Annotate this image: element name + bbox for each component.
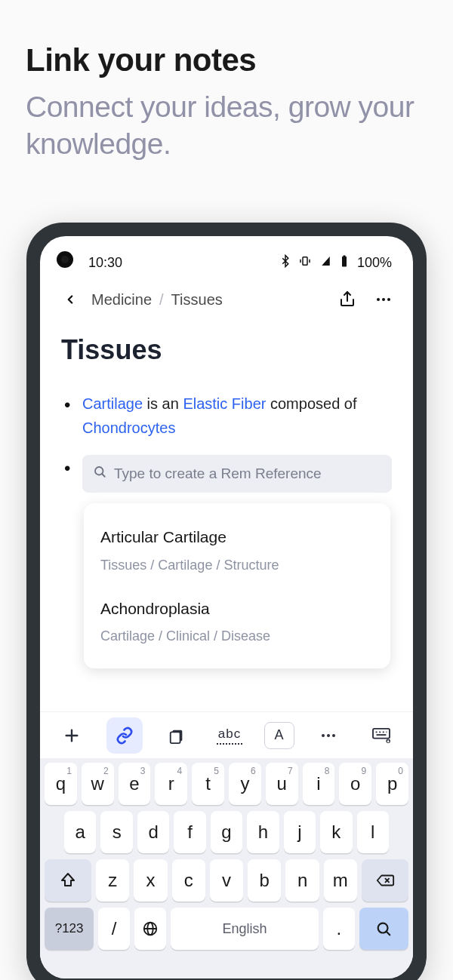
phone-mockup: 10:30 100% Medicine / Tissues — [26, 223, 427, 980]
suggestion-path: Tissues / Cartilage / Structure — [100, 555, 374, 576]
symbols-key[interactable]: ?123 — [45, 908, 94, 950]
search-icon — [375, 920, 392, 937]
format-A-label: A — [275, 727, 284, 743]
key-g[interactable]: g — [211, 811, 242, 853]
hide-keyboard-button[interactable] — [363, 717, 399, 754]
key-r[interactable]: r4 — [155, 763, 187, 805]
plus-icon — [63, 727, 80, 744]
key-v[interactable]: v — [210, 859, 243, 902]
search-key[interactable] — [359, 908, 408, 950]
key-a[interactable]: a — [64, 811, 96, 853]
svg-point-4 — [377, 298, 380, 301]
key-b[interactable]: b — [248, 859, 281, 902]
back-button[interactable] — [60, 289, 81, 310]
suggestion-title: Articular Cartilage — [100, 524, 374, 550]
key-h[interactable]: h — [247, 811, 279, 853]
status-time: 10:30 — [88, 255, 122, 271]
battery-percent: 100% — [357, 255, 392, 271]
key-w[interactable]: w2 — [82, 763, 114, 805]
suggestion-popup: Articular Cartilage Tissues / Cartilage … — [84, 503, 390, 668]
backspace-key[interactable] — [362, 859, 408, 902]
key-q[interactable]: q1 — [45, 763, 77, 805]
key-e[interactable]: e3 — [119, 763, 151, 805]
svg-point-5 — [382, 298, 385, 301]
shift-icon — [59, 871, 77, 889]
key-f[interactable]: f — [174, 811, 205, 853]
slash-key[interactable]: / — [98, 908, 130, 950]
more-button[interactable] — [374, 290, 393, 309]
bluetooth-icon — [279, 254, 292, 272]
period-key[interactable]: . — [323, 908, 355, 950]
breadcrumb-sep: / — [159, 291, 164, 309]
rem-reference-input[interactable]: Type to create a Rem Reference — [82, 455, 392, 493]
keyboard-hide-icon — [371, 727, 391, 744]
shift-key[interactable] — [45, 859, 91, 902]
breadcrumb-item[interactable]: Tissues — [171, 291, 223, 309]
svg-rect-1 — [342, 257, 347, 267]
key-y[interactable]: y6 — [229, 763, 261, 805]
camera-cutout — [57, 251, 73, 268]
key-c[interactable]: c — [172, 859, 205, 902]
svg-rect-0 — [303, 257, 307, 265]
svg-point-14 — [327, 734, 330, 737]
more-horizontal-icon — [374, 290, 393, 309]
svg-point-6 — [387, 298, 390, 301]
page-title: Tissues — [61, 334, 392, 366]
virtual-keyboard: q1w2e3r4t5y6u7i8o9p0 asdfghjkl zxcvbnm ?… — [40, 758, 413, 978]
note-link[interactable]: Chondrocytes — [82, 419, 175, 436]
language-key[interactable] — [134, 908, 166, 950]
svg-line-8 — [102, 474, 105, 477]
note-link[interactable]: Cartilage — [82, 395, 143, 412]
key-d[interactable]: d — [137, 811, 169, 853]
note-bullet[interactable]: Cartilage is an Elastic Fiber composed o… — [61, 392, 392, 440]
note-link[interactable]: Elastic Fiber — [183, 395, 266, 412]
link-button[interactable] — [106, 717, 143, 754]
text-button[interactable]: abc — [211, 717, 248, 754]
svg-rect-12 — [171, 732, 180, 743]
card-button[interactable] — [159, 717, 195, 754]
key-o[interactable]: o9 — [339, 763, 371, 805]
battery-icon — [337, 254, 351, 272]
input-placeholder: Type to create a Rem Reference — [114, 462, 322, 485]
add-button[interactable] — [54, 717, 90, 754]
key-m[interactable]: m — [324, 859, 357, 902]
toolbar-more-button[interactable] — [310, 717, 347, 754]
breadcrumb-item[interactable]: Medicine — [91, 291, 152, 309]
key-z[interactable]: z — [96, 859, 129, 902]
svg-line-29 — [387, 932, 390, 935]
globe-icon — [142, 920, 159, 937]
space-key[interactable]: English — [171, 908, 319, 950]
suggestion-item[interactable]: Articular Cartilage Tissues / Cartilage … — [100, 517, 374, 588]
key-k[interactable]: k — [320, 811, 352, 853]
suggestion-path: Cartilage / Clinical / Disease — [100, 625, 374, 647]
key-j[interactable]: j — [284, 811, 316, 853]
backspace-icon — [375, 871, 395, 889]
svg-point-13 — [322, 734, 325, 737]
key-s[interactable]: s — [100, 811, 132, 853]
promo-subtitle: Connect your ideas, grow your knowledge. — [26, 89, 427, 163]
svg-rect-2 — [343, 255, 345, 257]
link-icon — [116, 727, 134, 745]
editor-toolbar: abc A — [40, 711, 413, 758]
signal-icon — [318, 254, 331, 272]
note-bullet[interactable]: Type to create a Rem Reference Articular… — [61, 455, 392, 668]
suggestion-title: Achondroplasia — [100, 596, 374, 622]
svg-rect-16 — [373, 728, 390, 738]
format-button[interactable]: A — [264, 722, 294, 749]
svg-point-15 — [332, 734, 335, 737]
breadcrumb[interactable]: Medicine / Tissues — [91, 291, 327, 309]
key-x[interactable]: x — [134, 859, 167, 902]
vibrate-icon — [298, 254, 312, 272]
key-i[interactable]: i8 — [303, 763, 335, 805]
search-icon — [93, 463, 106, 485]
key-p[interactable]: p0 — [376, 763, 408, 805]
key-n[interactable]: n — [285, 859, 319, 902]
suggestion-item[interactable]: Achondroplasia Cartilage / Clinical / Di… — [100, 588, 374, 659]
key-t[interactable]: t5 — [192, 763, 224, 805]
more-horizontal-icon — [319, 727, 337, 745]
share-button[interactable] — [337, 290, 357, 309]
key-u[interactable]: u7 — [266, 763, 298, 805]
key-l[interactable]: l — [357, 811, 389, 853]
abc-label: abc — [218, 727, 241, 742]
status-bar: 10:30 100% — [40, 236, 413, 275]
